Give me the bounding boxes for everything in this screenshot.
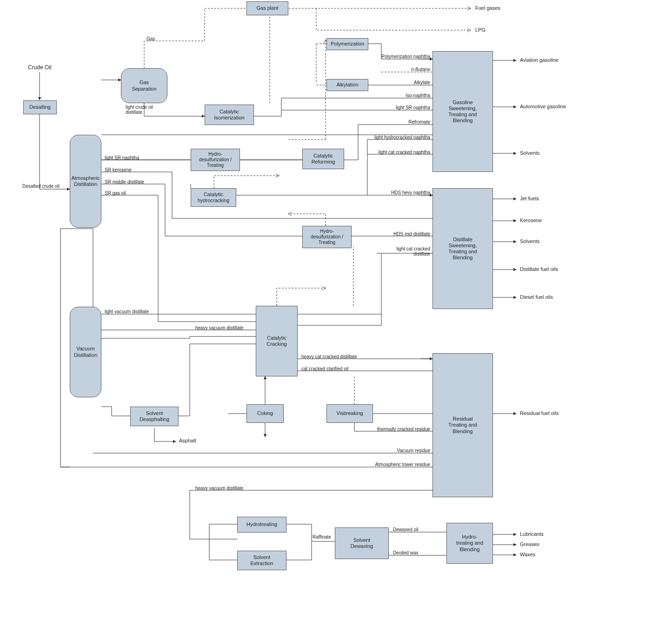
hydro-treating-blending-label: Hydro- treating and Blending bbox=[456, 534, 483, 553]
cat-cracked-clarified-oil-label: cat cracked clarified oil bbox=[301, 366, 348, 371]
gas-stream-label: Gas bbox=[146, 36, 155, 41]
greases-output: Greases bbox=[520, 541, 539, 547]
light-vacuum-distillate-label: light vacuum distillate bbox=[105, 309, 149, 314]
light-cat-cracked-naphtha-label: light cat cracked naphtha bbox=[363, 150, 430, 155]
solvent-dewaxing-label: Solvent Dewaxing bbox=[351, 537, 373, 549]
diesel-fuel-oils-output: Diesel fuel oils bbox=[520, 294, 553, 300]
aviation-gasoline-output: Aviation gasoline bbox=[520, 57, 559, 63]
sr-middle-distillate-label: SR middle distillate bbox=[105, 179, 144, 184]
raffinate-label: Raffinate bbox=[313, 534, 331, 540]
solvents-gasoline-output: Solvents bbox=[520, 150, 539, 156]
polymerization-label: Polymerization bbox=[331, 41, 364, 47]
solvent-deasphalting-unit: Solvent Deasphalting bbox=[130, 407, 179, 426]
vacuum-distillation-label: Vacuum Distillation bbox=[74, 346, 97, 358]
asphalt-label: Asphalt bbox=[179, 438, 196, 443]
catalytic-reforming-unit: Catalytic Reforming bbox=[302, 149, 344, 169]
desalted-crude-oil-label: Desalted crude oil bbox=[22, 184, 60, 189]
visbreaking-unit: Visbreaking bbox=[326, 404, 373, 423]
polymerization-naphtha-label: Polymerization naphtha bbox=[372, 54, 430, 59]
gas-plant-label: Gas plant bbox=[256, 5, 278, 11]
deoiled-wax-label: Deoiled wax bbox=[393, 550, 418, 555]
hydrotreating-label: Hydrotreating bbox=[246, 521, 277, 527]
hydro-desulfurization-1-label: Hydro- desulfurization / Treating bbox=[199, 151, 232, 168]
sr-kerosene-label: SR kerosene bbox=[105, 167, 132, 172]
catalytic-reforming-label: Catalytic Reforming bbox=[312, 153, 335, 165]
light-cat-cracked-distillate-label: light cat cracked distillate bbox=[377, 246, 430, 257]
dewaxed-oil-label: Dewaxed oil bbox=[393, 527, 418, 532]
catalytic-hydrocracking-unit: Catalytic hydrocracking bbox=[191, 188, 236, 207]
coking-unit: Coking bbox=[246, 404, 284, 423]
gasoline-blending-unit: Gasoline Sweetening, Treating and Blendi… bbox=[432, 51, 493, 172]
catalytic-cracking-unit: Catalytic Cracking bbox=[256, 306, 298, 376]
visbreaking-label: Visbreaking bbox=[336, 410, 363, 416]
hds-heavy-naphtha-label: HDS hevy naphtha bbox=[377, 190, 430, 195]
hydro-desulfurization-treating-2-unit: Hydro- desulfurization / Treating bbox=[302, 226, 352, 248]
catalytic-hydrocracking-label: Catalytic hydrocracking bbox=[198, 191, 229, 204]
sr-gas-oil-label: SR gas oil bbox=[105, 191, 126, 196]
alkylate-label: Alkylate bbox=[386, 80, 430, 85]
gas-separation-label: Gas Separation bbox=[132, 79, 156, 92]
gasoline-blending-label: Gasoline Sweetening, Treating and Blendi… bbox=[448, 99, 477, 124]
catalytic-isomerization-unit: Catalytic Isomerization bbox=[205, 105, 254, 125]
heavy-vacuum-distillate-2-label: heavy vacuum distillate bbox=[195, 486, 243, 491]
catalytic-cracking-label: Catalytic Cracking bbox=[266, 335, 286, 347]
vacuum-distillation-unit: Vacuum Distillation bbox=[70, 307, 101, 397]
residual-blending-label: Residual Treating and Blending bbox=[448, 416, 477, 435]
vacuum-residue-label: Vacuum residue bbox=[377, 448, 430, 453]
diagram-canvas: Crude Oil Desalting Atmospheric Distilla… bbox=[0, 0, 672, 619]
hydro-treating-blending-unit: Hydro- treating and Blending bbox=[446, 523, 493, 564]
hydro-desulfurization-treating-1-unit: Hydro- desulfurization / Treating bbox=[191, 149, 240, 171]
crude-oil-input-label: Crude Oil bbox=[28, 64, 52, 71]
atmospheric-distillation-label: Atmospheric Distillation bbox=[71, 175, 100, 187]
residual-fuel-oils-output: Residual fuel oils bbox=[520, 410, 559, 416]
fuel-gases-output: Fuel gases bbox=[475, 5, 500, 11]
automotive-gasoline-output: Automotive gasoline bbox=[520, 104, 566, 109]
hydrotreating-unit: Hydrotreating bbox=[237, 517, 286, 533]
light-hydrocracked-naphtha-label: light hydrocracked naphtha bbox=[363, 135, 430, 140]
heavy-vacuum-distillate-1-label: heavy vacuum distillate bbox=[195, 325, 243, 330]
light-crude-oil-distillate-label: light crude oil distillate bbox=[126, 105, 153, 115]
coking-label: Coking bbox=[257, 410, 273, 416]
light-sr-naphtha-to-gasoline-label: light SR naphtha bbox=[377, 105, 430, 110]
solvent-extraction-label: Solvent Extraction bbox=[251, 554, 273, 566]
residual-blending-unit: Residual Treating and Blending bbox=[432, 353, 493, 497]
n-butane-label: n-Butane bbox=[386, 67, 430, 72]
distillate-blending-label: Distillate Sweetening, Treating and Blen… bbox=[448, 237, 477, 261]
alkylation-unit: Alkylation bbox=[326, 79, 368, 91]
polymerization-unit: Polymerization bbox=[326, 38, 368, 50]
solvent-dewaxing-unit: Solvent Dewaxing bbox=[335, 527, 389, 559]
alkylation-label: Alkylation bbox=[336, 82, 358, 88]
hydro-desulfurization-2-label: Hydro- desulfurization / Treating bbox=[311, 229, 343, 245]
kerosene-output: Kerosene bbox=[520, 217, 542, 223]
jet-fuels-output: Jet fuels bbox=[520, 196, 539, 201]
distillate-fuel-oils-output: Distillate fuel oils bbox=[520, 266, 558, 272]
solvent-deasphalting-label: Solvent Deasphalting bbox=[140, 410, 169, 422]
lubricants-output: Lubricants bbox=[520, 531, 544, 537]
gas-plant-unit: Gas plant bbox=[246, 1, 288, 15]
heavy-cat-cracked-distillate-label: heavy cat cracked distillate bbox=[301, 354, 357, 359]
distillate-blending-unit: Distillate Sweetening, Treating and Blen… bbox=[432, 188, 493, 309]
thermally-cracked-residue-label: thermally cracked residue bbox=[363, 427, 430, 432]
desalting-label: Desalting bbox=[29, 104, 51, 110]
catalytic-isomerization-label: Catalytic Isomerization bbox=[214, 109, 244, 121]
atmospheric-tower-residue-label: Atmospheric tower residue bbox=[353, 462, 430, 467]
reformate-label: Refromate bbox=[386, 119, 430, 125]
solvent-extraction-unit: Solvent Extraction bbox=[237, 551, 286, 570]
solvents-distillate-output: Solvents bbox=[520, 238, 539, 244]
iso-naphtha-label: Iso-naphtha bbox=[386, 93, 430, 98]
light-sr-naphtha-label: light SR naphtha bbox=[105, 155, 139, 160]
waxes-output: Waxes bbox=[520, 552, 535, 557]
desalting-unit: Desalting bbox=[23, 100, 57, 114]
gas-separation-unit: Gas Separation bbox=[121, 68, 167, 103]
hds-mid-distillate-label: HDS mid distillate bbox=[377, 231, 430, 237]
atmospheric-distillation-unit: Atmospheric Distillation bbox=[70, 135, 101, 228]
lpg-output: LPG bbox=[475, 27, 486, 33]
